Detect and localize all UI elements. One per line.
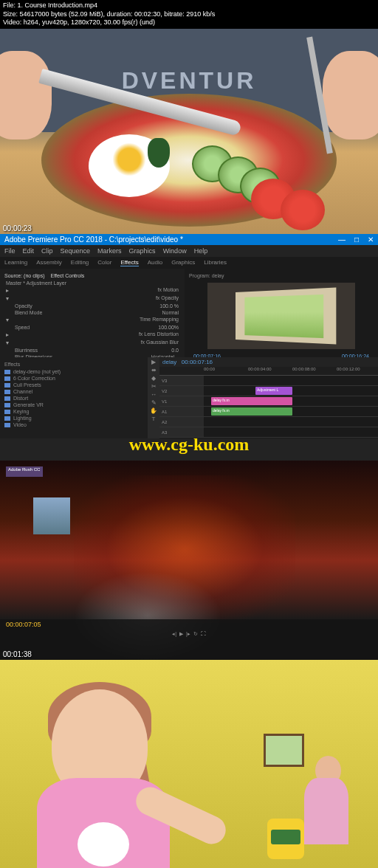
effect-lens-distortion[interactable]: ▸fx Lens Distortion [3,331,182,339]
preview-image [244,294,323,337]
bin-icon [4,370,10,374]
hand-tool-icon[interactable]: ✋ [150,407,157,414]
timestamp-overlay: 00:01:38 [3,650,32,658]
easel-painting [264,734,304,767]
paint-label [271,830,300,844]
bin-icon [4,403,10,407]
effect-opacity[interactable]: ▾fx Opacity [3,294,182,303]
effect-controls-panel[interactable]: Source: (no clips) Effect Controls Maste… [0,269,185,357]
close-icon[interactable]: ✕ [368,235,374,244]
track-a2[interactable]: A2 [159,417,378,427]
clip-audio[interactable]: delay fx.m [211,407,292,416]
track-select-tool-icon[interactable]: ⬌ [151,367,157,373]
step-back-icon[interactable]: ◂| [172,631,176,637]
program-label: Program: delay [188,272,375,280]
fullscreen-icon[interactable]: ⛶ [201,631,206,637]
tool-palette: ▶ ⬌ ◆ ✂ ↔ ✎ ✋ T [148,357,159,438]
program-monitor-panel: Program: delay 00:00:07:16 00:00:16:24 {… [185,269,378,357]
razor-tool-icon[interactable]: ✂ [151,383,157,390]
window-controls: — □ ✕ [338,235,374,244]
effect-time-remap[interactable]: ▾Time Remapping [3,316,182,324]
timeline-ruler[interactable]: 00:00 00:00:04:00 00:00:08:00 00:00:12:0… [159,367,378,376]
premiere-menubar: File Edit Clip Sequence Markers Graphics… [0,245,378,257]
ruler-tick: 00:00:08:00 [292,367,316,371]
menu-markers[interactable]: Markers [97,247,122,255]
bin-item[interactable]: Cull Presets [3,382,145,388]
track-v3[interactable]: V3 [159,376,378,386]
track-v1[interactable]: V1delay fx.m [159,396,378,407]
ws-audio[interactable]: Audio [148,259,162,266]
premiere-titlebar[interactable]: Adobe Premiere Pro CC 2018 - C:\projects… [0,234,378,245]
timestamp-overlay: 00:00:23 [3,224,32,232]
file-video-line: Video: h264, yuv420p, 1280x720, 30.00 fp… [3,18,375,27]
preview-frame [236,288,336,345]
timeline-panel[interactable]: delay 00:00:07:16 00:00 00:00:04:00 00:0… [159,357,378,438]
track-v2[interactable]: V2Adjustment L [159,386,378,396]
ws-color[interactable]: Color [97,259,111,266]
effect-blend-mode[interactable]: Blend ModeNormal [3,309,182,316]
effect-gaussian-blur[interactable]: ▾fx Gaussian Blur [3,339,182,347]
child-bg-body [304,778,348,844]
effect-opacity-value[interactable]: Opacity100.0 % [3,303,182,309]
bin-item[interactable]: delay-demo (not yet) [3,368,145,375]
clip-video[interactable]: delay fx.m [211,397,292,405]
effect-motion[interactable]: ▸fx Motion [3,286,182,294]
menu-clip[interactable]: Clip [41,247,53,255]
menu-edit[interactable]: Edit [23,247,35,255]
menu-help[interactable]: Help [194,247,208,255]
bin-icon [4,410,10,414]
bin-item[interactable]: Channel [3,388,145,395]
premiere-workspace: Source: (no clips) Effect Controls Maste… [0,269,378,461]
watermark-text: www.cg-ku.com [129,435,250,455]
clip-adjustment[interactable]: Adjustment L [255,387,292,395]
bin-item[interactable]: Lighting [3,415,145,421]
play-icon[interactable]: ▶ [179,631,183,637]
ws-editing[interactable]: Editing [71,259,89,266]
bin-item[interactable]: Distort [3,395,145,402]
selection-tool-icon[interactable]: ▶ [151,359,156,365]
pen-tool-icon[interactable]: ✎ [151,399,157,406]
ws-libraries[interactable]: Libraries [204,259,227,266]
ws-assembly[interactable]: Assembly [36,259,62,266]
step-fwd-icon[interactable]: |▸ [186,631,190,637]
tab-source[interactable]: Source: (no clips) [4,273,44,278]
ruler-tick: 00:00 [204,367,215,371]
type-tool-icon[interactable]: T [152,416,156,422]
loop-icon[interactable]: ↻ [193,631,198,637]
project-tabs: Effects [3,360,145,368]
file-size-line: Size: 54617000 bytes (52.09 MiB), durati… [3,10,375,19]
bin-item[interactable]: Generate VR [3,402,145,408]
effect-blurriness[interactable]: Blurriness0.0 [3,347,182,354]
bin-icon [4,423,10,427]
project-panel[interactable]: Effects delay-demo (not yet) 6 Color Cor… [0,357,148,438]
ws-graphics[interactable]: Graphics [171,259,195,266]
ripple-tool-icon[interactable]: ◆ [151,375,156,382]
track-a1[interactable]: A1delay fx.m [159,407,378,417]
master-clip-label: Master * Adjustment Layer [3,280,182,286]
maximize-icon[interactable]: □ [354,235,359,244]
menu-graphics[interactable]: Graphics [129,247,156,255]
source-panel-tabs: Source: (no clips) Effect Controls [3,272,182,280]
ruler-tick: 00:00:12:00 [337,367,360,371]
thumbnail-preview[interactable] [33,497,70,534]
menu-window[interactable]: Window [163,247,187,255]
slip-tool-icon[interactable]: ↔ [151,391,157,398]
effect-speed[interactable]: Speed100.00% [3,324,182,331]
app-badge: Adobe Rush CC [6,466,43,477]
minimize-icon[interactable]: — [338,235,346,244]
bin-item[interactable]: Video [3,421,145,428]
bin-icon [4,416,10,421]
hello-kitty-icon [78,822,129,867]
tab-effects-browser[interactable]: Effects [4,362,20,367]
ws-learning[interactable]: Learning [4,259,27,266]
dill-herb [148,138,170,168]
rush-timeline[interactable]: 00:00:07:05 ◂| ▶ |▸ ↻ ⛶ [0,619,378,660]
bin-item[interactable]: 6 Color Correction [3,375,145,382]
program-monitor[interactable] [207,283,355,349]
tab-effect-controls[interactable]: Effect Controls [50,273,84,278]
shirt-text: DVENTUR [122,67,257,94]
menu-file[interactable]: File [4,247,16,255]
ws-effects[interactable]: Effects [120,259,138,266]
bin-item[interactable]: Keying [3,408,145,415]
menu-sequence[interactable]: Sequence [61,247,91,255]
